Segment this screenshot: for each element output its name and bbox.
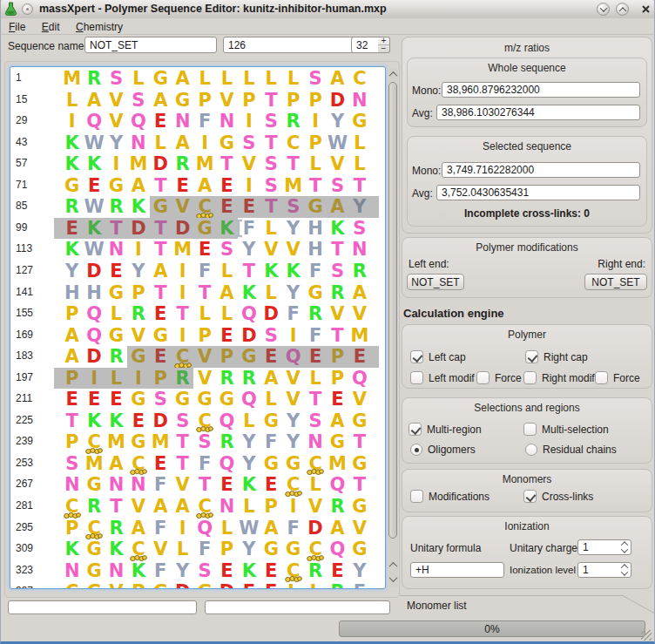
- residue-V-122[interactable]: V: [260, 239, 282, 261]
- residue-S-253[interactable]: S: [61, 453, 83, 475]
- residue-Y-336[interactable]: Y: [348, 560, 370, 582]
- residue-V-284[interactable]: V: [127, 496, 149, 518]
- residue-L-161[interactable]: L: [193, 303, 215, 325]
- residue-K-309[interactable]: K: [61, 539, 83, 560]
- residue-P-239[interactable]: P: [61, 431, 83, 453]
- residue-F-133[interactable]: F: [193, 261, 215, 282]
- residue-I-198[interactable]: I: [83, 368, 105, 390]
- residue-A-298[interactable]: A: [127, 518, 149, 539]
- residue-L-150[interactable]: L: [260, 282, 282, 304]
- residue-N-270[interactable]: N: [127, 474, 149, 496]
- residue-W-303[interactable]: W: [238, 518, 260, 539]
- residue-A-304[interactable]: A: [260, 518, 282, 539]
- residue-F-165[interactable]: F: [282, 303, 304, 325]
- checkbox-icon[interactable]: [410, 490, 423, 503]
- residue-W-114[interactable]: W: [83, 239, 105, 261]
- residue-V-22[interactable]: V: [216, 90, 238, 112]
- residue-N-126[interactable]: N: [348, 239, 370, 261]
- residue-G-20[interactable]: G: [172, 90, 193, 112]
- residue-N-267[interactable]: N: [61, 474, 83, 496]
- residue-E-228[interactable]: E: [127, 410, 149, 432]
- title-bar[interactable]: massXpert - Polymer Sequence Editor: kun…: [1, 0, 654, 19]
- residue-E-330[interactable]: E: [216, 560, 238, 582]
- residue-C-287[interactable]: C: [193, 496, 215, 518]
- modifications-checkbox[interactable]: Modifications: [410, 490, 490, 503]
- residue-Q-301[interactable]: Q: [193, 518, 215, 539]
- residue-A-19[interactable]: A: [150, 90, 172, 112]
- residue-P-340[interactable]: P: [127, 581, 149, 589]
- residue-K-57[interactable]: K: [61, 153, 83, 175]
- residue-V-221[interactable]: V: [282, 389, 304, 410]
- residue-L-348[interactable]: L: [304, 581, 326, 589]
- residue-A-97[interactable]: A: [327, 196, 348, 218]
- left-modif-checkbox[interactable]: Left modif: [410, 371, 475, 384]
- residue-F-180[interactable]: F: [304, 325, 326, 347]
- residue-S-83[interactable]: S: [327, 175, 348, 197]
- whole-avg-field[interactable]: 38,986.1030276344: [436, 105, 640, 120]
- residue-G-186[interactable]: G: [127, 346, 149, 368]
- residue-A-286[interactable]: A: [172, 496, 193, 518]
- residue-T-160[interactable]: T: [172, 303, 193, 325]
- residue-A-13[interactable]: A: [327, 68, 348, 90]
- residue-T-103[interactable]: T: [150, 218, 172, 240]
- residue-A-48[interactable]: A: [172, 132, 193, 154]
- residue-H-124[interactable]: H: [304, 239, 326, 261]
- scroll-down-button[interactable]: [388, 573, 398, 585]
- residue-P-23[interactable]: P: [238, 90, 260, 112]
- residue-I-59[interactable]: I: [105, 153, 127, 175]
- residue-V-31[interactable]: V: [105, 111, 127, 132]
- residue-G-319[interactable]: G: [282, 539, 304, 560]
- residue-N-288[interactable]: N: [216, 496, 238, 518]
- residue-Y-247[interactable]: Y: [238, 431, 260, 453]
- residue-K-136[interactable]: K: [260, 261, 282, 282]
- menu-edit[interactable]: Edit: [37, 19, 64, 35]
- residue-E-346[interactable]: E: [260, 581, 282, 589]
- residue-L-233[interactable]: L: [238, 410, 260, 432]
- selected-mono-field[interactable]: 3,749.7162282000: [442, 162, 640, 178]
- residue-C-53[interactable]: C: [282, 132, 304, 154]
- residue-F-315[interactable]: F: [193, 539, 215, 560]
- scroll-up-button-bottom[interactable]: [388, 559, 398, 571]
- residue-V-17[interactable]: V: [105, 90, 127, 112]
- residue-Q-210[interactable]: Q: [348, 368, 370, 390]
- residue-Y-98[interactable]: Y: [348, 196, 370, 218]
- residue-E-93[interactable]: E: [238, 196, 260, 218]
- residue-K-58[interactable]: K: [83, 153, 105, 175]
- residue-K-149[interactable]: K: [238, 282, 260, 304]
- residue-M-60[interactable]: M: [127, 153, 149, 175]
- residue-Y-109[interactable]: Y: [282, 218, 304, 240]
- checkbox-icon[interactable]: [525, 350, 538, 363]
- residue-Y-41[interactable]: Y: [327, 111, 348, 132]
- residue-T-225[interactable]: T: [61, 410, 83, 432]
- residue-V-69[interactable]: V: [327, 153, 348, 175]
- residue-C-231[interactable]: C: [193, 410, 215, 432]
- residue-G-42[interactable]: G: [348, 111, 370, 132]
- residue-M-254[interactable]: M: [83, 453, 105, 475]
- residue-L-302[interactable]: L: [216, 518, 238, 539]
- residue-P-195[interactable]: P: [327, 346, 348, 368]
- residue-V-308[interactable]: V: [348, 518, 370, 539]
- residue-W-55[interactable]: W: [327, 132, 348, 154]
- spin-minus-icon[interactable]: −: [378, 45, 389, 52]
- residue-Q-156[interactable]: Q: [83, 303, 105, 325]
- residue-D-102[interactable]: D: [127, 218, 149, 240]
- residue-S-230[interactable]: S: [172, 410, 193, 432]
- residue-G-324[interactable]: G: [83, 560, 105, 582]
- residue-L-314[interactable]: L: [172, 539, 193, 560]
- message-field[interactable]: [205, 600, 390, 614]
- residue-T-181[interactable]: T: [327, 325, 348, 347]
- residue-P-175[interactable]: P: [193, 325, 215, 347]
- residue-G-218[interactable]: G: [216, 389, 238, 410]
- residue-E-274[interactable]: E: [216, 474, 238, 496]
- residue-K-111[interactable]: K: [327, 218, 348, 240]
- residue-I-200[interactable]: I: [127, 368, 149, 390]
- residue-G-71[interactable]: G: [61, 175, 83, 197]
- residue-C-91[interactable]: C: [193, 196, 215, 218]
- residue-E-76[interactable]: E: [172, 175, 193, 197]
- residue-F-35[interactable]: F: [193, 111, 215, 132]
- checkbox-icon[interactable]: [523, 423, 537, 436]
- residue-P-201[interactable]: P: [150, 368, 172, 390]
- resize-grip-icon[interactable]: [641, 630, 652, 641]
- residue-V-189[interactable]: V: [193, 346, 215, 368]
- residue-V-123[interactable]: V: [282, 239, 304, 261]
